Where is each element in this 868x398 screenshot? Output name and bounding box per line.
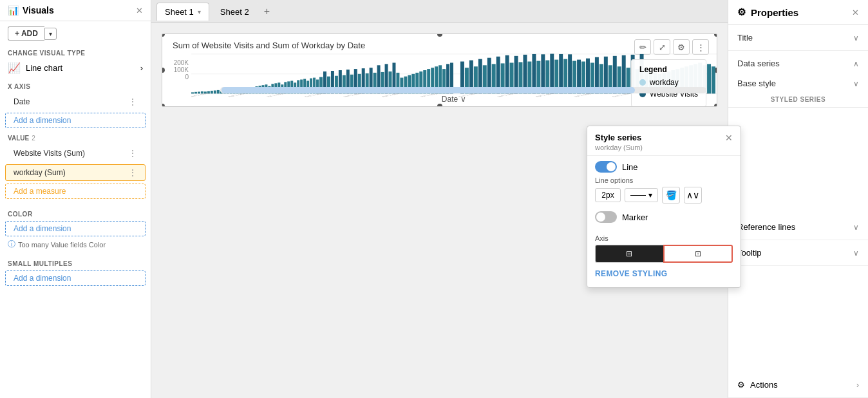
remove-styling-button[interactable]: REMOVE STYLING — [587, 265, 675, 282]
sheet1-tab[interactable]: Sheet 1 ▾ — [156, 3, 209, 21]
popup-title-group: Style series workday (Sum) — [595, 133, 643, 151]
add-color-dimension-label: Add a dimension — [14, 224, 71, 233]
sheet2-tab[interactable]: Sheet 2 — [212, 3, 258, 21]
sheet2-label: Sheet 2 — [220, 7, 249, 17]
marker-label: Marker — [622, 213, 648, 222]
color-warning-text: Too many Value fields Color — [18, 241, 106, 249]
line-chart-icon: 📈 — [8, 62, 21, 74]
popup-close-button[interactable]: ✕ — [725, 133, 733, 143]
line-options-row: —— ▾ 🪣 ∧∨ — [595, 187, 733, 204]
sheet1-dropdown-icon[interactable]: ▾ — [198, 8, 201, 15]
actions-section[interactable]: ⚙ Actions › — [728, 372, 868, 398]
y-label-0: 0 — [165, 73, 189, 81]
reference-lines-section[interactable]: Reference lines ∨ — [728, 214, 868, 240]
left-panel: 📊 Visuals ✕ + ADD ▾ CHANGE VISUAL TYPE 📈… — [0, 0, 151, 398]
add-dimension-label: Add a dimension — [14, 116, 71, 125]
svg-rect-5 — [194, 92, 197, 94]
line-toggle[interactable] — [595, 161, 617, 173]
chart-title: Sum of Website Visits and Sum of Workday… — [162, 34, 717, 53]
website-visits-menu-icon[interactable]: ⋮ — [128, 148, 137, 158]
tooltip-section[interactable]: Tooltip ∨ — [728, 240, 868, 266]
info-icon: ⓘ — [8, 239, 15, 250]
add-color-dimension-button[interactable]: Add a dimension — [5, 221, 146, 236]
data-series-chevron-icon: ∧ — [853, 59, 859, 68]
marker-toggle[interactable] — [595, 211, 617, 223]
left-axis-button[interactable]: ⊟ — [595, 245, 663, 263]
line-label: Line — [622, 162, 638, 172]
workday-text: workday (Sum) — [14, 168, 66, 177]
chart-body: 200K 100K 0 — [162, 53, 717, 106]
title-section[interactable]: Title ∨ — [728, 25, 868, 51]
x-axis-date-field[interactable]: Date ⋮ — [5, 93, 146, 110]
svg-rect-6 — [198, 91, 200, 93]
close-properties-button[interactable]: ✕ — [852, 8, 859, 17]
add-btn-group: + ADD ▾ — [8, 26, 151, 41]
visual-type-inner: 📈 Line chart — [8, 62, 62, 74]
value-count: 2 — [32, 135, 35, 142]
visual-type-row[interactable]: 📈 Line chart › — [0, 59, 151, 77]
add-small-multiples-button[interactable]: Add a dimension — [5, 270, 146, 286]
line-style-chevron: ▾ — [648, 191, 652, 200]
color-label: COLOR — [0, 204, 151, 220]
left-axis-icon: ⊟ — [626, 249, 632, 258]
value-label-row: VALUE 2 — [0, 129, 151, 144]
actions-label: Actions — [750, 380, 778, 390]
right-axis-button[interactable]: ⊡ — [663, 245, 733, 263]
add-button[interactable]: + ADD — [8, 26, 44, 41]
title-section-label: Title — [737, 33, 753, 43]
website-visits-field[interactable]: Website Visits (Sum) ⋮ — [5, 145, 146, 162]
chart-legend: Legend workday Website Visits — [631, 59, 706, 107]
add-sheet-button[interactable]: + — [260, 5, 274, 19]
base-style-header[interactable]: Base style ∨ — [728, 72, 868, 92]
x-axis-label-text: Date — [442, 95, 458, 104]
svg-rect-10 — [211, 91, 213, 94]
handle-tr[interactable] — [714, 33, 717, 37]
small-multiples-label: SMALL MULTIPLES — [0, 255, 151, 269]
sheet1-label: Sheet 1 — [165, 7, 194, 17]
color-section: COLOR Add a dimension ⓘ Too many Value f… — [0, 200, 151, 255]
workday-menu-icon[interactable]: ⋮ — [128, 167, 137, 178]
x-axis-label-bottom[interactable]: Date ∨ — [442, 95, 466, 104]
workday-legend-dot — [639, 79, 646, 86]
legend-title: Legend — [639, 65, 698, 74]
line-style-extra-icon[interactable]: ∧∨ — [684, 187, 702, 204]
svg-rect-11 — [214, 90, 216, 93]
line-color-bucket-icon[interactable]: 🪣 — [662, 187, 680, 204]
chart-scrollbar-thumb[interactable] — [222, 87, 635, 93]
add-dimension-button[interactable]: Add a dimension — [5, 113, 146, 128]
line-style-select[interactable]: —— ▾ — [625, 188, 658, 202]
marker-section: Marker — [587, 206, 741, 229]
workday-field[interactable]: workday (Sum) ⋮ — [5, 164, 146, 181]
x-field-menu-icon[interactable]: ⋮ — [128, 97, 137, 107]
properties-icon: ⚙ — [737, 6, 746, 18]
right-axis-icon: ⊡ — [695, 249, 701, 258]
value-label: VALUE — [8, 135, 29, 142]
title-chevron-icon: ∨ — [853, 33, 859, 43]
reference-lines-chevron-icon: ∨ — [853, 223, 859, 232]
svg-rect-134 — [707, 64, 711, 93]
close-visuals-button[interactable]: ✕ — [136, 6, 143, 15]
svg-rect-4 — [191, 92, 194, 93]
popup-header: Style series workday (Sum) ✕ — [587, 126, 741, 156]
change-visual-type-label: CHANGE VISUAL TYPE — [0, 44, 151, 59]
line-options-label: Line options — [595, 176, 733, 184]
x-axis-label: X AXIS — [0, 77, 151, 92]
properties-label: Properties — [751, 7, 798, 18]
line-toggle-knob — [607, 162, 616, 171]
x-axis-chevron-icon: ∨ — [460, 95, 466, 104]
add-measure-button[interactable]: Add a measure — [5, 184, 146, 199]
popup-title: Style series — [595, 133, 643, 142]
properties-title: ⚙ Properties — [737, 6, 798, 18]
tooltip-chevron-icon: ∨ — [853, 249, 859, 258]
actions-chevron-icon: › — [856, 381, 859, 390]
left-header: 📊 Visuals ✕ — [0, 0, 151, 21]
add-dropdown-button[interactable]: ▾ — [44, 28, 57, 40]
chart-scrollbar-track[interactable] — [220, 87, 706, 93]
svg-rect-135 — [712, 66, 715, 93]
marker-toggle-knob — [596, 213, 605, 222]
workday-legend-label: workday — [650, 78, 679, 87]
styled-series-label: STYLED SERIES — [728, 92, 868, 108]
line-px-input[interactable] — [595, 188, 621, 202]
data-series-header[interactable]: Data series ∧ — [728, 51, 868, 72]
y-axis: 200K 100K 0 — [162, 53, 191, 106]
